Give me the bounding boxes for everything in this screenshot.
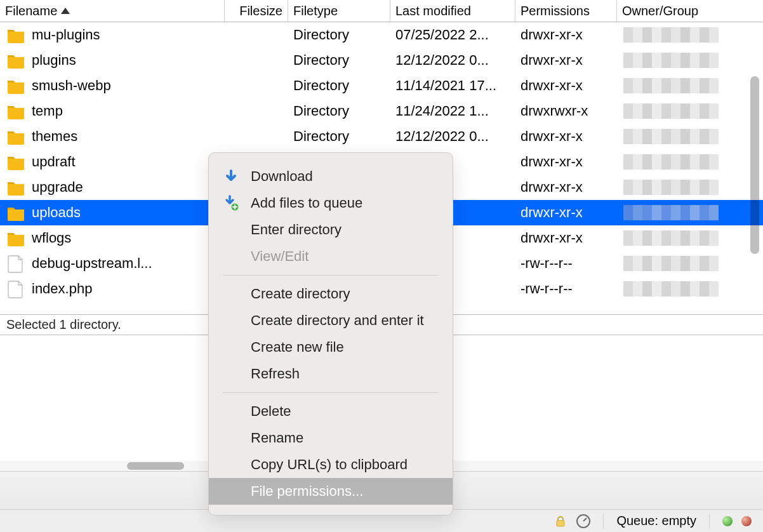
folder-icon [6,25,25,44]
cell-filetype: Directory [288,128,390,145]
col-header-filesize[interactable]: Filesize [225,0,288,22]
cell-filetype: Directory [288,27,390,43]
cell-filename: index.php [0,279,225,298]
cell-modified: 11/24/2022 1... [390,103,515,119]
cell-owner-group [617,230,725,246]
cell-modified: 12/12/2022 0... [390,128,515,145]
cell-filetype: Directory [288,103,390,119]
blank-icon [223,286,239,302]
cell-filetype: Directory [288,52,390,69]
cell-permissions: drwxr-xr-x [515,204,617,221]
h-scroll-thumb[interactable] [127,462,184,470]
col-header-owner-group[interactable]: Owner/Group [617,0,725,22]
blank-icon [223,483,239,500]
download-arrow-icon [223,168,239,185]
redacted-owner [623,103,719,119]
col-header-permissions[interactable]: Permissions [515,0,617,22]
table-row[interactable]: tempDirectory11/24/2022 1...drwxrwxr-x [0,98,763,124]
cell-modified: 07/25/2022 2... [390,27,515,43]
cell-filename: smush-webp [0,76,225,95]
cell-filename: debug-upstream.l... [0,254,225,273]
menu-add-to-queue-label: Add files to queue [251,195,362,211]
cell-permissions: drwxr-xr-x [515,230,617,246]
menu-create-directory-label: Create directory [251,286,350,302]
lock-icon[interactable] [554,514,567,528]
menu-delete[interactable]: Delete [209,398,453,425]
file-icon [6,279,25,298]
table-row[interactable]: smush-webpDirectory11/14/2021 17...drwxr… [0,73,763,98]
table-row[interactable]: pluginsDirectory12/12/2022 0...drwxr-xr-… [0,48,763,73]
filename-text: temp [32,103,63,119]
redacted-owner [623,180,719,195]
cell-permissions: drwxr-xr-x [515,154,617,170]
cell-permissions: drwxr-xr-x [515,128,617,145]
cell-filename: plugins [0,51,225,70]
redacted-owner [623,230,719,246]
col-header-filename[interactable]: Filename [0,0,225,22]
cell-modified: 11/14/2021 17... [390,77,515,94]
blank-icon [223,366,239,382]
menu-refresh[interactable]: Refresh [209,361,453,387]
separator [603,514,604,529]
menu-rename-label: Rename [251,430,303,446]
col-header-last-modified-label: Last modified [395,4,471,18]
menu-separator [223,392,439,393]
cell-owner-group [617,180,725,195]
menu-file-permissions-label: File permissions... [251,483,363,500]
svg-line-1 [583,518,587,521]
redacted-owner [623,129,719,144]
cell-permissions: drwxrwxr-x [515,103,617,119]
filename-text: upgrade [32,179,83,196]
menu-enter-directory[interactable]: Enter directory [209,216,453,243]
table-row[interactable]: themesDirectory12/12/2022 0...drwxr-xr-x [0,124,763,149]
status-text: Selected 1 directory. [6,317,121,332]
menu-download-label: Download [251,168,313,185]
blank-icon [223,456,239,473]
cell-permissions: drwxr-xr-x [515,52,617,69]
menu-copy-url[interactable]: Copy URL(s) to clipboard [209,451,453,478]
add-to-queue-icon [223,195,239,211]
cell-owner-group [617,281,725,296]
menu-file-permissions[interactable]: File permissions... [209,478,453,505]
menu-create-directory[interactable]: Create directory [209,281,453,307]
vertical-scrollbar[interactable] [750,51,759,292]
filename-text: smush-webp [32,77,111,94]
folder-icon [6,51,25,70]
context-menu: Download Add files to queue Enter direct… [208,152,453,515]
folder-icon [6,178,25,197]
menu-rename[interactable]: Rename [209,425,453,451]
filename-text: debug-upstream.l... [32,255,152,272]
table-row[interactable]: mu-pluginsDirectory07/25/2022 2...drwxr-… [0,22,763,48]
v-scroll-thumb[interactable] [750,76,759,254]
folder-icon [6,229,25,248]
menu-enter-directory-label: Enter directory [251,222,342,238]
cell-filename: themes [0,127,225,146]
blank-icon [223,403,239,420]
folder-icon [6,152,25,171]
gauge-icon[interactable] [576,514,590,528]
status-dot-green [722,516,733,526]
svg-rect-0 [557,521,564,526]
menu-create-file-label: Create new file [251,339,344,356]
filename-text: mu-plugins [32,27,100,43]
redacted-owner [623,281,719,296]
col-header-filetype-label: Filetype [293,4,338,18]
redacted-owner [623,27,719,43]
menu-create-directory-enter[interactable]: Create directory and enter it [209,307,453,334]
menu-download[interactable]: Download [209,163,453,190]
filename-text: index.php [32,281,92,297]
redacted-owner [623,154,719,170]
menu-refresh-label: Refresh [251,366,300,382]
cell-owner-group [617,103,725,119]
cell-filename: updraft [0,152,225,171]
col-header-last-modified[interactable]: Last modified [390,0,515,22]
blank-icon [223,312,239,329]
col-header-filetype[interactable]: Filetype [288,0,390,22]
cell-filename: mu-plugins [0,25,225,44]
menu-create-file[interactable]: Create new file [209,334,453,361]
cell-owner-group [617,129,725,144]
menu-add-to-queue[interactable]: Add files to queue [209,190,453,216]
redacted-owner [623,53,719,68]
separator [709,514,710,529]
col-header-owner-group-label: Owner/Group [622,4,698,18]
